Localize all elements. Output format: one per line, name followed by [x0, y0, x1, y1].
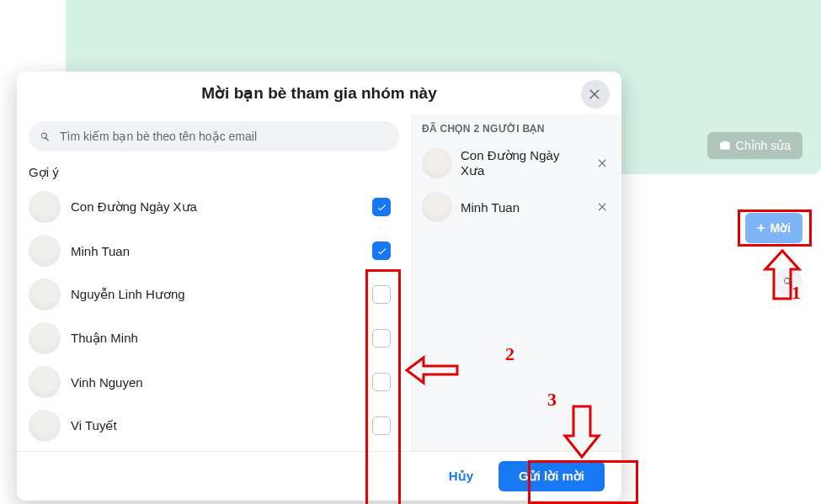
annotation-number-1: 1 [792, 282, 801, 304]
friend-name: Thuận Minh [71, 331, 362, 346]
invite-modal: Mời bạn bè tham gia nhóm này Gợi ý Con Đ… [17, 72, 621, 501]
page-root: Chỉnh sửa + Mời Mời bạn bè tham gia nhóm… [0, 0, 821, 504]
annotation-box-checkboxes [365, 269, 401, 504]
avatar [29, 366, 61, 398]
modal-right: ĐÃ CHỌN 2 NGƯỜI BẠN Con Đường Ngày XưaMi… [411, 114, 621, 451]
annotation-box-invite [738, 210, 812, 247]
suggestions-list: Con Đường Ngày XưaMinh TuanNguyễn Linh H… [17, 185, 411, 451]
selected-header: ĐÃ CHỌN 2 NGƯỜI BẠN [422, 123, 611, 135]
friend-name: Vi Tuyết [71, 418, 362, 433]
modal-body: Gợi ý Con Đường Ngày XưaMinh TuanNguyễn … [17, 114, 621, 451]
avatar [29, 279, 61, 310]
camera-icon [719, 140, 731, 151]
friend-search[interactable] [29, 121, 399, 151]
avatar [422, 148, 452, 178]
remove-selected-button[interactable] [594, 155, 611, 172]
annotation-number-3: 3 [547, 389, 557, 411]
friend-name: Vinh Nguyen [71, 375, 362, 390]
avatar [29, 322, 61, 354]
edit-cover-button[interactable]: Chỉnh sửa [707, 132, 802, 159]
suggestion-row[interactable]: Vinh Nguyen [17, 360, 411, 404]
modal-title: Mời bạn bè tham gia nhóm này [201, 83, 436, 103]
suggestion-row[interactable]: Nguyễn Linh Hương [17, 273, 411, 316]
selected-name: Minh Tuan [461, 200, 586, 215]
friend-checkbox[interactable] [372, 241, 391, 260]
close-icon [597, 157, 609, 169]
close-icon [597, 201, 609, 213]
avatar [29, 410, 61, 442]
cancel-button[interactable]: Hủy [444, 468, 478, 485]
friend-name: Minh Tuan [71, 244, 362, 258]
friend-checkbox[interactable] [372, 198, 391, 216]
selected-row: Con Đường Ngày Xưa [422, 141, 611, 185]
avatar [422, 192, 452, 222]
suggestions-label: Gợi ý [29, 165, 399, 180]
avatar [29, 191, 61, 223]
edit-cover-label: Chỉnh sửa [736, 139, 791, 152]
suggestion-row[interactable]: Thuận Minh [17, 316, 411, 360]
annotation-box-send [528, 460, 638, 504]
search-input[interactable] [58, 129, 389, 144]
modal-left: Gợi ý Con Đường Ngày XưaMinh TuanNguyễn … [17, 114, 411, 451]
modal-header: Mời bạn bè tham gia nhóm này [17, 72, 621, 114]
friend-name: Nguyễn Linh Hương [71, 287, 362, 302]
suggestion-row[interactable]: Con Đường Ngày Xưa [17, 185, 411, 229]
friend-name: Con Đường Ngày Xưa [71, 199, 362, 215]
suggestion-row[interactable]: Minh Tuan [17, 229, 411, 273]
selected-list: Con Đường Ngày XưaMinh Tuan [422, 141, 611, 229]
suggestion-row[interactable]: Vi Tuyết [17, 404, 411, 448]
check-icon [376, 202, 387, 213]
check-icon [376, 246, 387, 257]
remove-selected-button[interactable] [594, 199, 611, 215]
selected-name: Con Đường Ngày Xưa [461, 148, 586, 178]
close-button[interactable] [581, 80, 610, 109]
avatar [29, 235, 61, 267]
annotation-number-2: 2 [505, 343, 514, 365]
close-icon [588, 87, 603, 102]
selected-row: Minh Tuan [422, 185, 611, 229]
search-icon [39, 130, 51, 143]
